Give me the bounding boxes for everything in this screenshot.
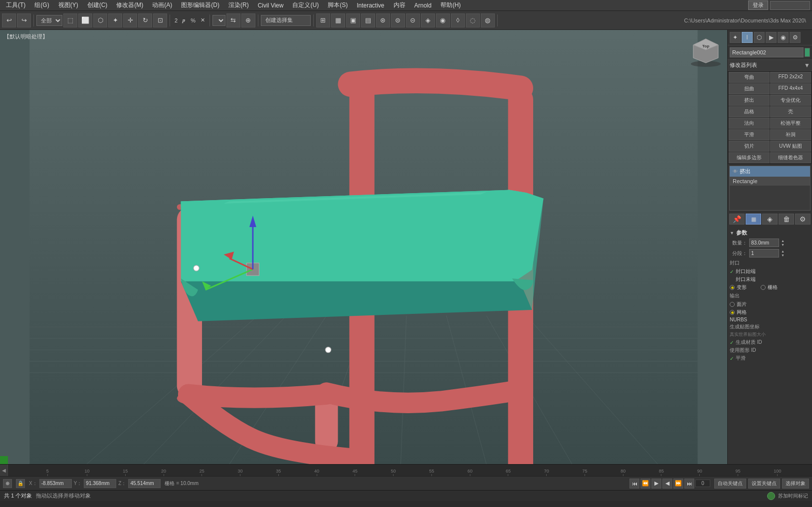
deform-radio[interactable] [730, 285, 735, 290]
gen-mat-row[interactable]: ✓ 生成材质 ID [730, 338, 810, 346]
select-region-btn[interactable]: ⬜ [78, 13, 92, 27]
modify-panel-btn[interactable]: I [742, 32, 753, 43]
mod-btn-prooptimizer[interactable]: 专业优化 [770, 95, 811, 106]
mod-btn-relax[interactable]: 松弛平整 [770, 118, 811, 129]
mod-btn-uvw[interactable]: UVW 贴图 [770, 141, 811, 152]
gen-coords-row[interactable]: 生成贴图坐标 [730, 323, 810, 331]
tb-icon12[interactable]: ◍ [481, 13, 495, 27]
rotate-btn[interactable]: ↻ [138, 13, 152, 27]
tb-icon8[interactable]: ◈ [421, 13, 435, 27]
face-radio[interactable] [730, 302, 735, 307]
tb-icon10[interactable]: ◊ [451, 13, 465, 27]
qty-up-btn[interactable]: ▲ [781, 239, 785, 243]
tb-icon1[interactable]: ⊞ [316, 13, 330, 27]
menu-tools[interactable]: 工具(T) [2, 0, 29, 10]
next-frame-btn[interactable]: ⏩ [673, 479, 683, 489]
z-coord-input[interactable] [128, 479, 161, 488]
timeline-tick-100[interactable]: 100 [774, 465, 781, 476]
mod-btn-seam[interactable]: 细缝着色器 [770, 152, 811, 163]
use-shape-row[interactable]: 使用图形 ID [730, 346, 810, 354]
timeline-tick-75[interactable]: 75 [582, 465, 587, 476]
segments-input[interactable] [749, 249, 779, 257]
timeline-tick-15[interactable]: 15 [123, 465, 128, 476]
timeline-tick-85[interactable]: 85 [659, 465, 664, 476]
mod-btn-twist[interactable]: 扭曲 [729, 83, 770, 94]
tb-icon3[interactable]: ▣ [346, 13, 360, 27]
mesh-radio[interactable] [730, 310, 735, 315]
tb-icon11[interactable]: ◌ [466, 13, 480, 27]
timeline-tick-60[interactable]: 60 [467, 465, 472, 476]
qty-down-btn[interactable]: ▼ [781, 243, 785, 247]
stack-item-rectangle[interactable]: Rectangle [730, 177, 810, 186]
mod-btn-ffd4[interactable]: FFD 4x4x4 [770, 83, 811, 94]
select-paint-btn[interactable]: ✦ [108, 13, 122, 27]
tb-icon9[interactable]: ◉ [436, 13, 450, 27]
menu-render[interactable]: 渲染(R) [224, 0, 253, 10]
seal-end-row[interactable]: ✓ 封口末端 [730, 275, 810, 283]
mod-btn-ffd2[interactable]: FFD 2x2x2 [770, 72, 811, 83]
params-header[interactable]: ▼ 参数 [730, 228, 810, 238]
tb-icon2[interactable]: ▦ [331, 13, 345, 27]
menu-group[interactable]: 组(G) [30, 0, 53, 10]
stack-eye-icon[interactable]: 👁 [733, 169, 738, 174]
lock-toggle-btn[interactable]: 🔒 [16, 479, 25, 488]
menu-animation[interactable]: 动画(A) [148, 0, 176, 10]
show-end-result-btn[interactable]: ▦ [746, 214, 761, 225]
tb-icon6[interactable]: ⊜ [391, 13, 405, 27]
timeline-tick-90[interactable]: 90 [697, 465, 702, 476]
mod-btn-lattice[interactable]: 晶格 [729, 106, 770, 117]
scale-btn[interactable]: ⊡ [153, 13, 167, 27]
select-obj-btn[interactable]: 选择对象 [782, 479, 809, 489]
timeline-tick-70[interactable]: 70 [544, 465, 549, 476]
mod-btn-shell[interactable]: 壳 [770, 106, 811, 117]
go-start-btn[interactable]: ⏮ [629, 479, 639, 489]
grid-radio[interactable] [761, 285, 766, 290]
viewport-3d[interactable]: 【默认明暗处理】 Top [0, 30, 727, 464]
mod-btn-slice[interactable]: 切片 [729, 141, 770, 152]
go-end-btn[interactable]: ⏭ [684, 479, 694, 489]
timeline-track[interactable]: 5101520253035404550556065707580859095100 [8, 465, 812, 476]
timeline-tick-30[interactable]: 30 [238, 465, 243, 476]
set-key-btn[interactable]: 设置关键点 [748, 479, 780, 489]
stack-item-extrude[interactable]: 👁 挤出 [730, 166, 810, 177]
redo-button[interactable]: ↪ [17, 13, 31, 27]
prev-frame-btn[interactable]: ⏪ [640, 479, 650, 489]
nurbs-row[interactable]: NURBS [730, 316, 810, 323]
menu-create[interactable]: 创建(C) [83, 0, 112, 10]
timeline-tick-35[interactable]: 35 [276, 465, 281, 476]
smooth-row[interactable]: ✓ 平滑 [730, 354, 810, 362]
pin-stack-btn[interactable]: 📌 [729, 214, 745, 225]
menu-help[interactable]: 帮助(H) [436, 0, 465, 10]
tb-icon7[interactable]: ⊝ [406, 13, 420, 27]
select-object-btn[interactable]: ⬚ [63, 13, 77, 27]
seg-down-btn[interactable]: ▼ [781, 254, 785, 257]
tb-icon4[interactable]: ▤ [361, 13, 375, 27]
deform-row[interactable]: 变形 栅格 [730, 283, 810, 291]
snap-toggle-btn[interactable]: ⊕ [3, 479, 12, 488]
menu-view[interactable]: 视图(Y) [54, 0, 82, 10]
timeline-tick-80[interactable]: 80 [620, 465, 625, 476]
menu-interactive[interactable]: Interactive [353, 1, 388, 10]
configure-btn[interactable]: ⚙ [795, 214, 811, 225]
timeline-tick-25[interactable]: 25 [200, 465, 204, 476]
menu-civil-view[interactable]: Civil View [254, 1, 288, 10]
snap-btn[interactable]: ⊕ [241, 13, 255, 27]
nav-cube[interactable]: Top [688, 34, 723, 69]
frame-counter[interactable] [695, 480, 710, 487]
tb-icon5[interactable]: ⊛ [376, 13, 390, 27]
mode-dropdown[interactable]: 全部 [36, 15, 62, 26]
modifier-list-header[interactable]: 修改器列表 ▼ [728, 60, 812, 71]
timeline-tick-95[interactable]: 95 [735, 465, 740, 476]
menu-customize[interactable]: 自定义(U) [288, 0, 323, 10]
undo-button[interactable]: ↩ [2, 13, 16, 27]
y-coord-input[interactable] [84, 479, 116, 488]
mod-btn-extrude[interactable]: 挤出 [729, 95, 770, 106]
utilities-panel-btn[interactable]: ⚙ [790, 32, 801, 43]
view-dropdown[interactable]: 视图 [212, 15, 225, 26]
mod-btn-smooth[interactable]: 平滑 [729, 129, 770, 140]
mirror-btn[interactable]: ⇆ [226, 13, 240, 27]
login-button[interactable]: 登录 [748, 0, 768, 10]
create-panel-btn[interactable]: ✦ [730, 32, 741, 43]
timeline-tick-55[interactable]: 55 [429, 465, 434, 476]
timeline-tick-50[interactable]: 50 [391, 465, 396, 476]
